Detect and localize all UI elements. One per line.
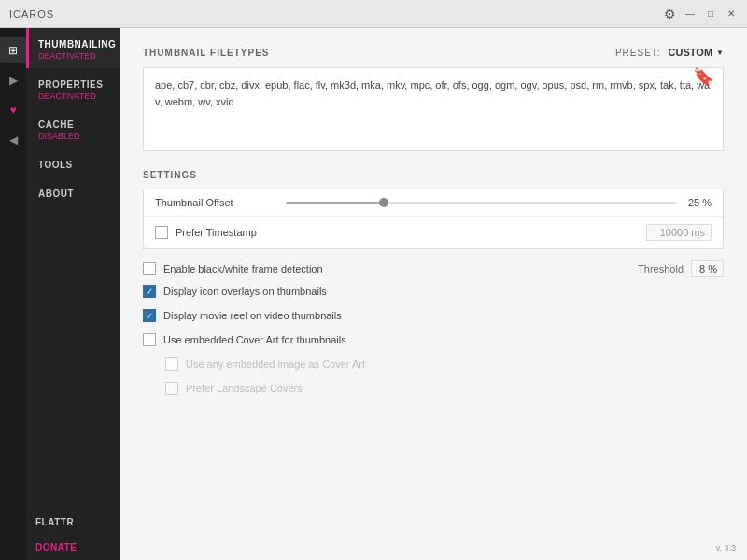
minimize-button[interactable]: — xyxy=(684,7,697,21)
nav-item-status-properties: DEACTIVATED xyxy=(38,91,110,101)
main-layout: ⊞ ▶ ♥ ◀ THUMBNAILING DEACTIVATED PROPERT… xyxy=(0,28,747,560)
sidebar-icon-2[interactable]: ♥ xyxy=(0,97,26,123)
maximize-button[interactable]: □ xyxy=(704,7,717,21)
sidebar: ⊞ ▶ ♥ ◀ xyxy=(0,28,26,560)
slider-thumb xyxy=(379,198,388,207)
cover-art-row: Use embedded Cover Art for thumbnails xyxy=(143,326,724,350)
embedded-image-label: Use any embedded image as Cover Art xyxy=(186,358,365,370)
preset-label: PRESET: xyxy=(615,48,661,58)
nav-item-title-thumbnailing: THUMBNAILING xyxy=(38,39,110,49)
settings-label: SETTINGS xyxy=(143,170,197,180)
icon-overlays-row: ✓ Display icon overlays on thumbnails xyxy=(143,277,724,301)
thumbnail-offset-label: Thumbnail Offset xyxy=(155,197,286,208)
prefer-timestamp-checkbox[interactable] xyxy=(155,226,168,239)
slider-fill xyxy=(286,202,384,204)
embedded-image-checkbox[interactable] xyxy=(165,357,178,371)
nav-bottom-title-flattr: FLATTR xyxy=(35,517,110,527)
settings-section: SETTINGS Thumbnail Offset 25 % xyxy=(143,168,724,249)
nav-item-title-tools: TOOLS xyxy=(38,160,110,170)
titlebar: ICAROS ⚙ — □ ✕ xyxy=(0,0,747,28)
preset-dropdown[interactable]: CUSTOM ▼ xyxy=(669,47,724,58)
sidebar-icon-1[interactable]: ▶ xyxy=(0,67,26,93)
embedded-image-row: Use any embedded image as Cover Art xyxy=(143,350,724,374)
cover-art-label: Use embedded Cover Art for thumbnails xyxy=(163,334,346,345)
icon-overlays-checkbox[interactable]: ✓ xyxy=(143,285,156,298)
thumbnail-offset-row: Thumbnail Offset 25 % xyxy=(144,189,723,217)
thumbnail-offset-value: 25 % xyxy=(684,197,712,208)
sidebar-item-properties[interactable]: PROPERTIES DEACTIVATED xyxy=(26,68,120,108)
threshold-label: Threshold xyxy=(638,263,684,274)
sidebar-item-cache[interactable]: CACHE DISABLED xyxy=(26,108,120,148)
content-area: THUMBNAIL FILETYPES PRESET: CUSTOM ▼ ape… xyxy=(120,28,747,560)
chevron-down-icon: ▼ xyxy=(716,49,724,57)
nav-item-status-cache: DISABLED xyxy=(38,132,110,141)
prefer-timestamp-value: 10000 ms xyxy=(646,224,712,241)
sidebar-item-tools[interactable]: TOOLS xyxy=(26,148,120,177)
sidebar-item-about[interactable]: ABOUT xyxy=(26,177,120,206)
nav-item-title-properties: PROPERTIES xyxy=(38,79,110,90)
sidebar-icon-0[interactable]: ⊞ xyxy=(0,37,26,63)
bookmark-icon[interactable]: 🔖 xyxy=(693,68,713,85)
nav-panel: THUMBNAILING DEACTIVATED PROPERTIES DEAC… xyxy=(26,28,120,560)
sidebar-icon-3[interactable]: ◀ xyxy=(0,127,26,153)
nav-item-title-cache: CACHE xyxy=(38,119,110,130)
window-controls: ⚙ — □ ✕ xyxy=(663,7,738,21)
threshold-value: 8 % xyxy=(691,260,724,277)
landscape-covers-row: Prefer Landscape Covers xyxy=(143,374,724,399)
filetypes-label: THUMBNAIL FILETYPES xyxy=(143,48,269,58)
threshold-row: Threshold 8 % xyxy=(638,260,724,277)
settings-icon[interactable]: ⚙ xyxy=(663,7,676,21)
nav-bottom-title-donate: DONATE xyxy=(35,542,110,553)
preset-row: PRESET: CUSTOM ▼ xyxy=(615,47,724,58)
sidebar-item-flattr[interactable]: FLATTR xyxy=(26,510,120,535)
black-white-row: Enable black/white frame detection Thres… xyxy=(143,260,724,277)
black-white-checkbox[interactable] xyxy=(143,262,156,275)
thumbnail-offset-slider[interactable] xyxy=(286,202,676,204)
movie-reel-label: Display movie reel on video thumbnails xyxy=(163,310,342,321)
prefer-timestamp-label: Prefer Timestamp xyxy=(176,227,306,238)
settings-box: Thumbnail Offset 25 % Prefer Timestamp xyxy=(143,189,724,249)
icon-overlays-label: Display icon overlays on thumbnails xyxy=(163,286,327,297)
black-white-label: Enable black/white frame detection xyxy=(163,263,323,274)
app-title: ICAROS xyxy=(9,8,54,20)
nav-item-status-thumbnailing: DEACTIVATED xyxy=(38,51,110,61)
cover-art-checkbox[interactable] xyxy=(143,333,156,346)
filetypes-box: ape, cb7, cbr, cbz, divx, epub, flac, fl… xyxy=(143,67,724,151)
landscape-covers-label: Prefer Landscape Covers xyxy=(186,383,303,394)
version-text: v. 3.3 xyxy=(716,543,736,553)
movie-reel-checkbox[interactable]: ✓ xyxy=(143,309,156,322)
nav-item-title-about: ABOUT xyxy=(38,189,110,199)
filetypes-text: ape, cb7, cbr, cbz, divx, epub, flac, fl… xyxy=(155,79,710,107)
close-button[interactable]: ✕ xyxy=(725,7,738,21)
landscape-covers-checkbox[interactable] xyxy=(165,382,178,395)
movie-reel-row: ✓ Display movie reel on video thumbnails xyxy=(143,301,724,326)
filetypes-header: THUMBNAIL FILETYPES PRESET: CUSTOM ▼ xyxy=(143,47,724,58)
thumbnail-offset-slider-container: 25 % xyxy=(286,197,712,208)
sidebar-item-donate[interactable]: DONATE xyxy=(26,535,120,560)
prefer-timestamp-row: Prefer Timestamp 10000 ms xyxy=(144,217,723,248)
preset-value: CUSTOM xyxy=(669,47,712,58)
sidebar-item-thumbnailing[interactable]: THUMBNAILING DEACTIVATED xyxy=(26,28,120,68)
